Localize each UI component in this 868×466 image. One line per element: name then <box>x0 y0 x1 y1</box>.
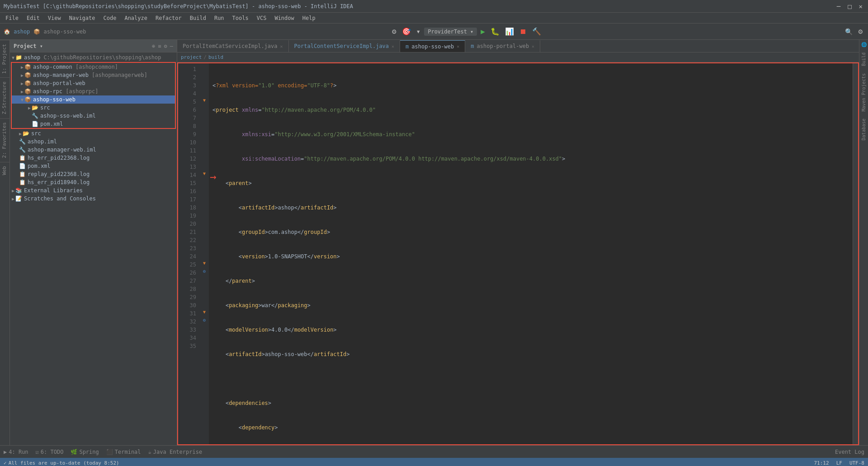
project-panel: Project ▾ ⊕ ≡ ⚙ — ▼ 📁 ashop C:\githubRep… <box>10 40 177 445</box>
tree-item-ashop-sso-web[interactable]: ▼ 📦 ashop-sso-web <box>12 95 175 104</box>
editor-scrollbar[interactable] <box>853 63 858 444</box>
tab-spring[interactable]: 🌿 Spring <box>71 449 99 455</box>
right-sidebar: 🌐 Build Maven Projects Database <box>859 40 868 445</box>
code-line-6: <artifactId>ashop</artifactId> <box>212 204 849 212</box>
debug-button[interactable]: 🐛 <box>489 26 501 37</box>
run-with-coverage-icon[interactable]: 📊 <box>503 26 516 37</box>
tree-item-src[interactable]: ▶ 📂 src <box>12 104 175 112</box>
tree-item-ashop-portal-web[interactable]: ▶ 📦 ashop-portal-web <box>12 79 175 87</box>
breadcrumb-build[interactable]: build <box>208 54 223 60</box>
stop-button[interactable]: ⏹ <box>518 26 528 37</box>
menu-navigate[interactable]: Navigate <box>66 14 99 22</box>
tab-portal-content[interactable]: PortalContentServiceImpl.java ✕ <box>289 40 401 52</box>
search-everywhere-icon[interactable]: 🔍 <box>843 27 854 36</box>
tree-item-scratches[interactable]: ▶ 📝 Scratches and Consoles <box>10 195 177 203</box>
menu-vcs[interactable]: VCS <box>253 14 270 22</box>
collapse-all-icon[interactable]: ≡ <box>158 43 161 49</box>
run-config-selector[interactable]: ProviderTest ▾ <box>424 28 477 36</box>
tree-item-ashop-common[interactable]: ▶ 📦 ashop-common [ashopcommon] <box>12 63 175 71</box>
sidebar-tab-database[interactable]: Database <box>860 115 867 144</box>
settings-icon[interactable]: ⚙ <box>164 43 167 49</box>
menu-view[interactable]: View <box>44 14 65 22</box>
gutter-fold-icon-3[interactable]: ▼ <box>203 261 206 266</box>
gutter-fold-icon-2[interactable]: ▼ <box>203 171 206 176</box>
sidebar-tab-favorites[interactable]: 2: Favorites <box>0 118 9 162</box>
editor-area: PortalItemCatServiceImpl.java ✕ PortalCo… <box>177 40 859 445</box>
tab-java-label: Java Enterprise <box>153 449 202 455</box>
code-line-10: <packaging>war</packaging> <box>212 301 849 309</box>
menu-refactor[interactable]: Refactor <box>152 14 185 22</box>
tree-item-log2[interactable]: 📋 hs_err_pid18940.log <box>10 178 177 186</box>
tab-terminal[interactable]: ⬛ Terminal <box>106 449 141 455</box>
tab-todo[interactable]: ☑ 6: TODO <box>36 449 64 455</box>
line-separator: LF <box>836 460 842 466</box>
tab-close-icon[interactable]: ✕ <box>532 44 534 49</box>
menu-run[interactable]: Run <box>211 14 228 22</box>
tree-item-pom-root[interactable]: 📄 pom.xml <box>10 162 177 170</box>
toolbar-collapse-icon[interactable]: ▾ <box>415 26 423 37</box>
tab-label: ashop-sso-web <box>411 43 454 50</box>
tree-item-src-root[interactable]: ▶ 📂 src <box>10 129 177 138</box>
menu-build[interactable]: Build <box>186 14 210 22</box>
tab-close-icon[interactable]: ✕ <box>392 44 394 49</box>
menu-edit[interactable]: Edit <box>23 14 43 22</box>
code-content: <?xml version="1.0" encoding="UTF-8"?> <… <box>209 63 853 444</box>
locate-icon[interactable]: ⊕ <box>152 43 155 49</box>
toolbar-module-label: 📦 ashop-sso-web <box>33 29 86 35</box>
menu-help[interactable]: Help <box>299 14 319 22</box>
sidebar-tab-build[interactable]: Build <box>860 49 867 70</box>
menu-window[interactable]: Window <box>271 14 297 22</box>
tree-item-pom-xml-sso[interactable]: 📄 pom.xml <box>12 120 175 128</box>
code-line-3: xmlns:xsi="http://www.w3.org/2001/XMLSch… <box>212 130 849 138</box>
tree-item-ashop-manager-web[interactable]: ▶ 📦 ashop-manager-web [ashopmanagerweb] <box>12 71 175 79</box>
tab-portal-item[interactable]: PortalItemCatServiceImpl.java ✕ <box>177 40 289 52</box>
tab-event-log[interactable]: Event Log <box>835 449 864 455</box>
sidebar-tab-structure[interactable]: Z-Structure <box>0 77 9 118</box>
tab-ashop-sso-web[interactable]: m ashop-sso-web ✕ <box>400 40 465 52</box>
build-button[interactable]: 🔨 <box>530 26 543 37</box>
gutter-fold-icon-4[interactable]: ▼ <box>203 309 206 314</box>
tree-item-ashop-iml[interactable]: 🔧 ashop.iml <box>10 138 177 146</box>
tree-item-ashop-manager-iml[interactable]: 🔧 ashop-manager-web.iml <box>10 146 177 154</box>
sidebar-browser-icon[interactable]: 🌐 <box>861 42 867 47</box>
settings-icon[interactable]: ⚙ <box>856 26 864 37</box>
gutter: ▼ ▼ <box>200 63 209 444</box>
menu-code[interactable]: Code <box>100 14 120 22</box>
close-panel-icon[interactable]: — <box>170 43 173 49</box>
statusbar: ✓ All files are up-to-date (today 8:52) … <box>0 458 868 466</box>
toolbar-locate-icon[interactable]: 🎯 <box>400 26 413 37</box>
bookmark-icon[interactable]: ⊙ <box>203 269 206 274</box>
toolbar-settings-icon[interactable]: ⚙ <box>390 26 398 37</box>
code-line-5: <parent> <box>212 179 849 187</box>
close-button[interactable]: ✕ <box>857 3 864 10</box>
tree-item-log1[interactable]: 📋 hs_err_pid22368.log <box>10 154 177 162</box>
code-line-14: <dependencies> <box>212 399 849 407</box>
tab-close-icon[interactable]: ✕ <box>280 44 283 49</box>
line-numbers: 12345 678910 1112131415 1617181920 21222… <box>178 63 200 444</box>
tree-item-ashop-sso-web-iml[interactable]: 🔧 ashop-sso-web.iml <box>12 112 175 120</box>
minimize-button[interactable]: ─ <box>835 3 842 10</box>
gutter-fold-icon[interactable]: ▼ <box>203 98 206 103</box>
tree-item-ashop-rpc[interactable]: ▶ 📦 ashop-rpc [ashoprpc] <box>12 87 175 95</box>
menu-analyze[interactable]: Analyze <box>121 14 151 22</box>
tree-root[interactable]: ▼ 📁 ashop C:\githubRepositories\shopping… <box>10 53 177 62</box>
bookmark-icon-2[interactable]: ⊙ <box>203 318 206 323</box>
tab-run[interactable]: ▶ 4: Run <box>4 449 28 455</box>
tree-item-replay-log[interactable]: 📋 replay_pid22368.log <box>10 170 177 178</box>
maximize-button[interactable]: □ <box>846 3 853 10</box>
code-editor: 12345 678910 1112131415 1617181920 21222… <box>177 62 859 445</box>
breadcrumb-project[interactable]: project <box>181 54 202 60</box>
sidebar-tab-web[interactable]: Web <box>0 162 9 179</box>
tree-item-external-libraries[interactable]: ▶ 📚 External Libraries <box>10 186 177 195</box>
menu-file[interactable]: File <box>2 14 22 22</box>
sidebar-tab-project[interactable]: 1: Project <box>0 40 9 77</box>
project-panel-title: Project ▾ <box>14 43 43 49</box>
tab-ashop-portal-web[interactable]: m ashop-portal-web ✕ <box>465 40 540 52</box>
breadcrumb: project / build <box>177 52 859 62</box>
toolbar: 🏠 ashop 📦 ashop-sso-web ⚙ 🎯 ▾ ProviderTe… <box>0 24 868 40</box>
sidebar-tab-maven[interactable]: Maven Projects <box>860 70 867 115</box>
tab-java-enterprise[interactable]: ☕ Java Enterprise <box>148 449 203 455</box>
tab-close-icon[interactable]: ✕ <box>457 44 459 49</box>
menu-tools[interactable]: Tools <box>229 14 252 22</box>
run-button[interactable]: ▶ <box>479 26 487 37</box>
